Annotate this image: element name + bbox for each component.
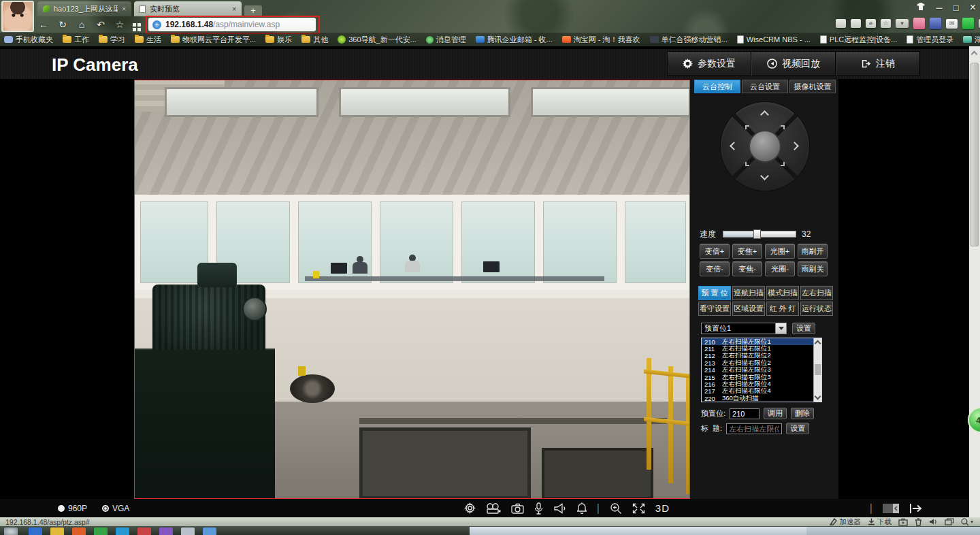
bookmark-item[interactable]: PLC远程监控|设备... — [820, 35, 897, 45]
tab-live-preview[interactable]: 实时预览 × — [134, 1, 242, 16]
collapse-panel-icon[interactable] — [882, 503, 900, 514]
bookmark-item[interactable]: 学习 — [99, 35, 125, 45]
tab-close-icon[interactable]: × — [232, 5, 236, 13]
list-item[interactable]: 212左右扫描左限位2 — [702, 353, 821, 359]
ie-mode-icon[interactable]: e — [866, 19, 876, 28]
extension-pink-icon[interactable] — [913, 18, 925, 29]
taskbar-tray-area[interactable] — [806, 527, 980, 535]
screenshot-icon[interactable] — [851, 19, 861, 28]
tab-pan-scan[interactable]: 左右扫描 — [800, 286, 833, 300]
user-avatar[interactable] — [1, 1, 34, 32]
scroll-thumb[interactable] — [815, 364, 821, 375]
bookmark-item[interactable]: 单仁合强移动营销... — [650, 35, 728, 45]
iris-close-button[interactable]: 光圈- — [765, 261, 795, 276]
home-icon[interactable]: ⌂ — [76, 19, 88, 30]
preset-number-input[interactable] — [730, 408, 760, 419]
tab-pattern-scan[interactable]: 模式扫描 — [766, 286, 799, 300]
wechat-icon[interactable] — [962, 18, 974, 29]
preset-select[interactable]: 预置位1 — [701, 323, 787, 334]
list-item[interactable]: 213左右扫描右限位2 — [702, 359, 821, 366]
pan-down-right-icon[interactable] — [781, 162, 785, 166]
refresh-icon[interactable]: ↻ — [56, 19, 69, 30]
title-set-button[interactable]: 设置 — [786, 423, 809, 434]
mail-icon[interactable]: ✉ — [946, 19, 958, 29]
microphone-icon[interactable] — [534, 502, 543, 515]
preset-title-input[interactable] — [726, 423, 782, 434]
bookmark-item[interactable]: 湖南华辰智通科技... — [963, 35, 980, 45]
bookmark-star-icon[interactable]: ☆ — [881, 19, 891, 28]
bookmark-item[interactable]: 工作 — [63, 35, 89, 45]
resolution-960p-radio[interactable]: 960P — [58, 504, 87, 513]
wiper-on-button[interactable]: 雨刷开 — [798, 244, 828, 259]
apps-grid-icon[interactable] — [133, 23, 136, 27]
close-button[interactable]: × — [970, 1, 976, 14]
scroll-down-icon[interactable] — [815, 393, 821, 400]
toolbox-icon[interactable] — [898, 518, 908, 526]
3d-position-button[interactable]: 3D — [655, 502, 670, 514]
taskbar-app-ie[interactable] — [29, 528, 42, 535]
scroll-up-icon[interactable] — [815, 340, 821, 347]
new-tab-button[interactable]: + — [244, 5, 262, 16]
zoom-in-button[interactable]: 变倍+ — [700, 244, 730, 259]
list-item[interactable]: 220360自动扫描 — [702, 395, 821, 402]
tab-ir-light[interactable]: 红 外 灯 — [766, 302, 799, 316]
bookmark-item[interactable]: 生活 — [135, 35, 161, 45]
tab-ptz-control[interactable]: 云台控制 — [694, 80, 740, 93]
tab-run-status[interactable]: 运行状态 — [800, 302, 833, 316]
settings-button[interactable]: 参数设置 — [667, 51, 751, 76]
alarm-bell-icon[interactable] — [577, 502, 587, 514]
wiper-off-button[interactable]: 雨刷关 — [798, 261, 828, 276]
tab-guard-settings[interactable]: 看守设置 — [698, 302, 731, 316]
scroll-thumb[interactable] — [970, 63, 979, 246]
bookmark-item[interactable]: WiseCRM NBS - ... — [737, 35, 811, 44]
list-item[interactable]: 217左右扫描右限位4 — [702, 388, 821, 395]
favorite-star-icon[interactable]: ☆ — [114, 19, 126, 30]
pan-left-icon[interactable] — [730, 142, 738, 150]
focus-in-button[interactable]: 变焦+ — [732, 244, 762, 259]
bookmark-item[interactable]: 消息管理 — [426, 35, 466, 45]
pan-up-left-icon[interactable] — [745, 125, 749, 129]
page-scrollbar[interactable] — [969, 46, 980, 517]
bookmark-item[interactable]: 腾讯企业邮箱 - 收... — [476, 35, 553, 45]
snapshot-camera-icon[interactable] — [511, 503, 524, 514]
pan-up-right-icon[interactable] — [781, 125, 785, 129]
taskbar-app[interactable] — [181, 528, 195, 535]
resolution-vga-radio[interactable]: VGA — [102, 504, 129, 513]
maximize-button[interactable]: □ — [953, 3, 959, 13]
zoom-out-button[interactable]: 变倍- — [700, 261, 730, 276]
tab-close-icon[interactable]: × — [122, 5, 126, 13]
toolbar-dropdown-icon[interactable]: ▾ — [896, 19, 909, 28]
scroll-up-icon[interactable] — [971, 51, 978, 58]
tab-ptz-settings[interactable]: 云台设置 — [742, 80, 788, 93]
tab-presets[interactable]: 预 置 位 — [698, 286, 731, 300]
speed-slider[interactable] — [723, 231, 796, 238]
popup-blocker-icon[interactable] — [836, 19, 846, 28]
pan-up-icon[interactable] — [760, 110, 769, 119]
call-preset-button[interactable]: 调用 — [764, 408, 787, 419]
expand-arrow-icon[interactable] — [909, 503, 923, 514]
speaker-horn-icon[interactable] — [553, 503, 567, 514]
list-item[interactable]: 215左右扫描右限位3 — [702, 374, 821, 380]
taskbar-app[interactable] — [94, 528, 108, 535]
tab-area-settings[interactable]: 区域设置 — [732, 302, 765, 316]
preset-list[interactable]: 210左右扫描左限位1 211左右扫描右限位1 212左右扫描左限位2 213左… — [701, 338, 822, 402]
undo-icon[interactable]: ↶ — [95, 19, 107, 30]
preset-set-button[interactable]: 设置 — [792, 323, 815, 334]
taskbar-active-window[interactable] — [470, 527, 806, 535]
ptz-direction-pad[interactable] — [721, 102, 809, 191]
skin-icon[interactable] — [916, 3, 926, 13]
taskbar-app[interactable] — [203, 528, 216, 535]
download-button[interactable]: 下载 — [868, 517, 892, 527]
zoom-level-button[interactable]: ▾ — [961, 518, 973, 526]
volume-icon[interactable] — [929, 518, 938, 525]
bookmark-item[interactable]: 管理员登录 — [906, 35, 953, 45]
taskbar-app[interactable] — [137, 528, 151, 535]
trash-icon[interactable] — [915, 518, 922, 526]
taskbar-app-explorer[interactable] — [50, 528, 64, 535]
tab-camera-settings[interactable]: 摄像机设置 — [789, 80, 836, 93]
taskbar-app[interactable] — [159, 528, 173, 535]
speed-slider-thumb[interactable] — [753, 229, 761, 239]
ptz-center-knob[interactable] — [749, 130, 781, 163]
list-item[interactable]: 210左右扫描左限位1 — [702, 338, 821, 345]
accelerator-button[interactable]: 加速器 — [830, 517, 861, 527]
